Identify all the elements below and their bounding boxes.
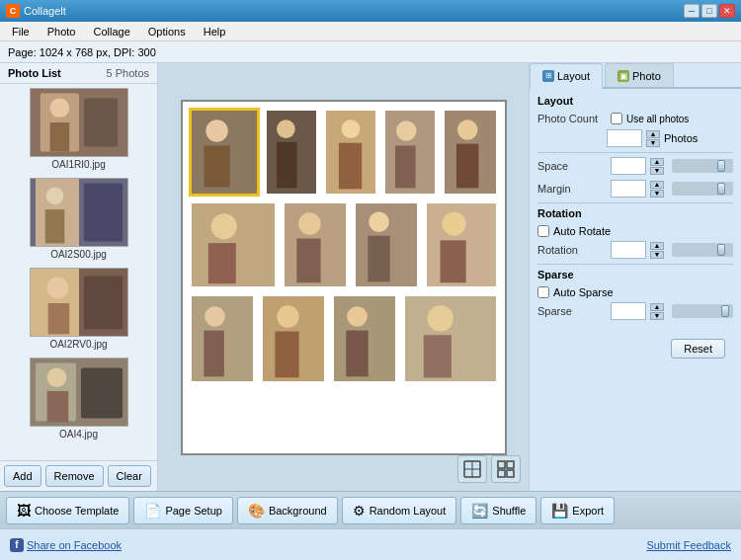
crop-tool-button[interactable] [457, 455, 487, 483]
margin-slider-thumb[interactable] [717, 183, 725, 195]
margin-up[interactable]: ▲ [650, 181, 664, 189]
list-item[interactable]: OAI1RI0.jpg [4, 88, 153, 170]
collage-photo-2[interactable] [264, 108, 319, 197]
collage-photo-4[interactable] [382, 108, 438, 197]
collage-photo-1[interactable] [189, 108, 260, 197]
layout-section: Layout Photo Count Use all photos 15 ▲ ▼… [530, 89, 741, 331]
share-facebook-link[interactable]: f Share on Facebook [10, 538, 122, 552]
shuffle-button[interactable]: 🔄 Shuffle [460, 497, 536, 524]
close-button[interactable]: ✕ [719, 4, 735, 18]
rotation-slider[interactable] [672, 243, 733, 257]
app-icon: C [6, 4, 20, 18]
tab-photo[interactable]: ▣ Photo [605, 63, 674, 87]
auto-rotate-checkbox[interactable] [537, 225, 549, 237]
photo-list-scroll[interactable]: OAI1RI0.jpg OAI2S00.jpg [0, 84, 157, 460]
background-button[interactable]: 🎨 Background [237, 497, 338, 524]
grid-tool-button[interactable] [491, 455, 521, 483]
collage-canvas[interactable] [181, 100, 507, 455]
list-item[interactable]: OAI4.jpg [4, 358, 153, 440]
layout-tab-icon: ⊞ [542, 70, 554, 82]
sparse-spinner[interactable]: ▲ ▼ [650, 303, 664, 320]
rotation-input[interactable]: 10 [611, 241, 646, 259]
page-info-bar: Page: 1024 x 768 px, DPI: 300 [0, 41, 741, 63]
photo-count-row: Photo Count Use all photos [537, 113, 733, 124]
collage-photo-6[interactable] [189, 200, 278, 289]
rotation-up[interactable]: ▲ [650, 242, 664, 250]
collage-photo-12[interactable] [331, 293, 398, 384]
margin-spinner[interactable]: ▲ ▼ [650, 181, 664, 198]
space-input[interactable]: 10 [611, 157, 646, 175]
sparse-up[interactable]: ▲ [650, 303, 664, 311]
auto-rotate-label: Auto Rotate [553, 225, 611, 237]
use-all-photos-checkbox[interactable] [611, 113, 622, 124]
menu-collage[interactable]: Collage [85, 24, 137, 40]
svg-rect-58 [423, 335, 451, 377]
space-up[interactable]: ▲ [650, 158, 664, 166]
rotation-slider-thumb[interactable] [717, 244, 725, 256]
tab-layout[interactable]: ⊞ Layout [530, 63, 603, 89]
svg-point-45 [442, 211, 465, 235]
tab-bar: ⊞ Layout ▣ Photo [530, 63, 741, 89]
menu-photo[interactable]: Photo [40, 24, 84, 40]
collage-photo-11[interactable] [260, 293, 327, 384]
rotation-spinner[interactable]: ▲ ▼ [650, 242, 664, 259]
menu-options[interactable]: Options [140, 24, 194, 40]
photo-thumbnail-2 [30, 178, 128, 247]
page-setup-label: Page Setup [165, 505, 222, 517]
svg-point-13 [46, 278, 68, 299]
space-down[interactable]: ▼ [650, 167, 664, 175]
remove-button[interactable]: Remove [45, 465, 104, 487]
page-setup-button[interactable]: 📄 Page Setup [133, 497, 233, 524]
photo-count-input-row: 15 ▲ ▼ Photos [607, 129, 733, 147]
auto-sparse-checkbox[interactable] [537, 286, 549, 298]
status-bar: f Share on Facebook Submit Feedback [0, 528, 741, 560]
photo-count-down[interactable]: ▼ [646, 139, 660, 147]
sparse-slider[interactable] [672, 304, 733, 318]
photo-count-input[interactable]: 15 [607, 129, 642, 147]
collage-photo-5[interactable] [442, 108, 499, 197]
export-button[interactable]: 💾 Export [540, 497, 615, 524]
list-item[interactable]: OAI2RV0.jpg [4, 268, 153, 350]
photo-thumbnail-1 [30, 88, 128, 157]
margin-down[interactable]: ▼ [650, 190, 664, 198]
menu-help[interactable]: Help [196, 24, 234, 40]
maximize-button[interactable]: □ [701, 4, 717, 18]
svg-rect-2 [83, 99, 117, 147]
svg-point-24 [277, 120, 295, 138]
menu-file[interactable]: File [4, 24, 38, 40]
margin-row: Margin 15 ▲ ▼ [537, 180, 733, 198]
choose-template-button[interactable]: 🖼 Choose Template [6, 497, 129, 524]
rotation-down[interactable]: ▼ [650, 251, 664, 259]
sparse-slider-thumb[interactable] [721, 305, 729, 317]
add-button[interactable]: Add [4, 465, 41, 487]
collage-photo-3[interactable] [323, 108, 378, 197]
space-slider[interactable] [672, 159, 733, 173]
reset-button[interactable]: Reset [671, 339, 725, 359]
list-item[interactable]: OAI2S00.jpg [4, 178, 153, 260]
sparse-input[interactable]: 50 [611, 302, 646, 320]
collage-photo-8[interactable] [353, 200, 420, 289]
svg-point-42 [369, 211, 389, 232]
sparse-down[interactable]: ▼ [650, 312, 664, 320]
collage-photo-9[interactable] [424, 200, 499, 289]
random-layout-button[interactable]: ⚙ Random Layout [342, 497, 457, 524]
margin-input[interactable]: 15 [611, 180, 646, 198]
photo-list-buttons: Add Remove Clear [0, 460, 157, 491]
minimize-button[interactable]: ─ [684, 4, 700, 18]
svg-point-3 [49, 99, 69, 119]
canvas-toolbar [457, 455, 521, 483]
svg-point-30 [396, 120, 417, 141]
layout-tab-label: Layout [557, 70, 590, 82]
collage-photo-13[interactable] [402, 293, 499, 384]
collage-photo-10[interactable] [189, 293, 256, 384]
margin-slider[interactable] [672, 182, 733, 196]
collage-photo-7[interactable] [282, 200, 349, 289]
submit-feedback-link[interactable]: Submit Feedback [646, 539, 731, 551]
space-slider-thumb[interactable] [717, 160, 725, 172]
clear-button[interactable]: Clear [108, 465, 151, 487]
photo-count-up[interactable]: ▲ [646, 130, 660, 138]
photo-count-spinner[interactable]: ▲ ▼ [646, 130, 660, 147]
svg-point-54 [347, 306, 368, 327]
space-spinner[interactable]: ▲ ▼ [650, 158, 664, 175]
svg-point-8 [45, 188, 63, 205]
